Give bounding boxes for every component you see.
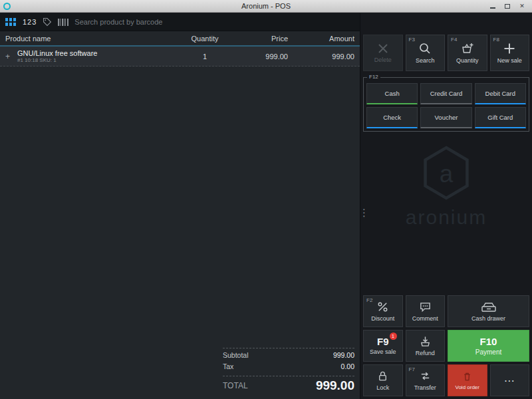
top-actions: Delete F3 Search F4 Quantity [363,35,529,71]
brand-watermark: a aronium [360,145,532,229]
payment-button[interactable]: F10 Payment [448,330,529,362]
tax-label: Tax [223,362,233,370]
lock-label: Lock [376,384,389,391]
pay-check-button[interactable]: Check [366,107,418,128]
total-row: TOTAL 999.00 [223,378,354,394]
payment-group: F12 Cash Credit Card Debit Card Check Vo… [363,77,529,132]
quantity-label: Quantity [456,57,479,64]
transfer-label: Transfer [414,384,436,391]
header-amount: Amount [288,35,354,43]
search-label: Search [416,57,435,64]
subtotal-row: Subtotal 999.00 [223,351,354,362]
refund-icon [419,335,432,348]
pay-debit-card-button[interactable]: Debit Card [475,83,526,104]
row-amount: 999.00 [288,53,354,61]
more-button[interactable]: ⋯ [490,364,530,396]
delete-icon [377,43,389,55]
save-sale-label: Save sale [370,348,396,355]
tax-value: 0.00 [341,362,354,370]
svg-text:a: a [440,160,454,188]
row-expand-icon[interactable]: + [5,52,13,61]
save-sale-button[interactable]: F9 1 Save sale [363,330,403,362]
plus-icon [503,42,516,55]
save-sale-fkey: F9 1 [377,336,389,346]
keypad-label[interactable]: 123 [23,18,37,26]
refund-button[interactable]: Refund [406,330,446,362]
sale-panel: 123 Product name Quantity Price Amount + [0,13,360,399]
row-quantity: 1 [175,53,235,61]
delete-button[interactable]: Delete [363,35,403,71]
comment-button[interactable]: Comment [406,295,446,327]
titlebar: Aronium - POS ✕ [0,0,532,13]
transfer-button[interactable]: F7 Transfer [406,364,446,396]
total-value: 999.00 [316,378,354,393]
lock-button[interactable]: Lock [363,364,403,396]
save-sale-badge: 1 [390,332,397,340]
search-input[interactable] [74,18,354,26]
discount-button[interactable]: F2 Discount [363,295,403,327]
pay-credit-card-button[interactable]: Credit Card [420,83,471,104]
lock-icon [376,370,389,382]
row-price: 999.00 [235,53,288,61]
total-label: TOTAL [223,381,248,390]
brand-name: aronium [360,206,532,229]
tax-row: Tax 0.00 [223,362,354,374]
pay-gift-card-button[interactable]: Gift Card [475,107,526,128]
payment-fkey: F10 [480,336,497,346]
keypad-icon[interactable] [5,18,17,26]
new-sale-button[interactable]: F8 New sale [490,35,530,71]
payment-label: Payment [475,348,501,356]
cash-drawer-button[interactable]: Cash drawer [448,295,529,327]
window-controls: ✕ [489,3,532,9]
header-product-name: Product name [5,35,175,43]
actions-panel: ⋮ Delete F3 Search F4 [360,13,532,399]
pay-voucher-button[interactable]: Voucher [420,107,471,128]
subtotal-value: 999.00 [333,351,354,359]
quantity-basket-icon [461,42,474,55]
tag-icon[interactable] [43,17,52,27]
transfer-arrows-icon [419,370,432,382]
table-row[interactable]: + GNU/Linux free software #1 10:18 SKU: … [0,47,360,66]
app-window: 123 Product name Quantity Price Amount + [0,13,532,399]
window-title: Aronium - POS [0,2,532,10]
trash-icon [462,371,473,382]
more-dots-icon: ⋯ [504,374,515,387]
product-meta: #1 10:18 SKU: 1 [17,57,97,63]
brand-hexagon-icon: a [422,145,471,201]
search-button[interactable]: F3 Search [406,35,446,71]
void-order-label: Void order [456,384,479,390]
product-search-bar: 123 [0,13,360,31]
discount-label: Discount [371,315,394,322]
product-name: GNU/Linux free software [17,49,97,57]
header-price: Price [235,35,288,43]
panel-drag-handle[interactable]: ⋮ [359,207,369,217]
quantity-button[interactable]: F4 Quantity [448,35,487,71]
table-header: Product name Quantity Price Amount [0,31,360,47]
pay-cash-button[interactable]: Cash [366,83,418,104]
void-order-button[interactable]: Void order [448,364,487,396]
cash-drawer-label: Cash drawer [471,315,505,322]
cash-drawer-icon [480,301,497,313]
header-quantity: Quantity [175,35,235,43]
minimize-icon[interactable] [489,3,496,9]
subtotal-label: Subtotal [223,351,249,359]
product-list: + GNU/Linux free software #1 10:18 SKU: … [0,47,360,345]
maximize-icon[interactable] [504,3,511,9]
search-icon [418,42,432,55]
totals-divider [223,376,354,376]
totals-section: Subtotal 999.00 Tax 0.00 TOTAL 999.00 [0,345,360,399]
refund-label: Refund [416,350,435,356]
new-sale-label: New sale [497,57,522,64]
payment-group-key: F12 [367,74,380,80]
barcode-icon [58,19,68,26]
close-icon[interactable]: ✕ [519,3,525,9]
comment-bubble-icon [419,301,432,313]
discount-percent-icon [376,301,389,313]
bottom-actions: F2 Discount Comment [363,295,529,396]
delete-label: Delete [374,57,392,63]
comment-label: Comment [412,315,438,322]
